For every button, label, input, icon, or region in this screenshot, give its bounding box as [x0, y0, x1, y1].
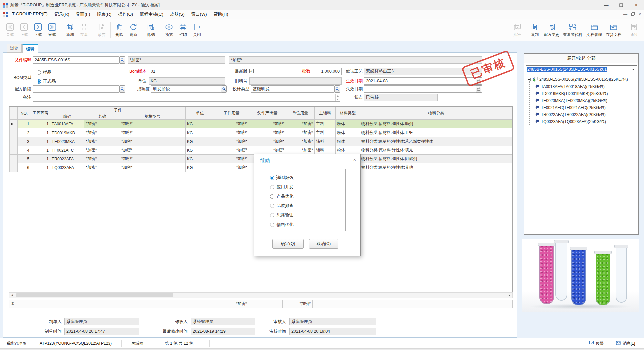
cell-unit[interactable]: KG — [186, 137, 214, 146]
cell-mat_type[interactable]: 粉体 — [336, 120, 360, 128]
cell-code[interactable]: TQ0023AFA — [50, 163, 84, 172]
tree-child-node[interactable]: TE0020MKA(TE0020MKA)(25KG/包) — [534, 97, 607, 104]
design-type-lookup-button[interactable] — [334, 85, 340, 93]
cell-main_aux[interactable]: 辅料 — [315, 146, 336, 155]
cell-spec[interactable]: *加密* — [120, 128, 186, 137]
design-option-radio[interactable]: 基础研发 — [270, 174, 295, 181]
cell-code[interactable]: TA0018AFA — [50, 120, 84, 128]
cancel-button[interactable]: 取消(C) — [309, 239, 338, 249]
tree-child-node[interactable]: TD0019MKB(TD0019MKB)(25KG/包) — [534, 90, 608, 97]
cell-op[interactable]: 1 — [31, 128, 50, 137]
cell-child_qty[interactable]: *加密* — [214, 146, 249, 155]
col-unit[interactable]: 单位 — [186, 107, 214, 120]
tab-edit[interactable]: 编辑 — [22, 44, 38, 53]
spinner-icon[interactable] — [335, 94, 340, 101]
cell-child_qty[interactable]: *加密* — [214, 128, 249, 137]
cell-spec[interactable]: *加密* — [120, 163, 186, 172]
toolbar-button-copy[interactable]: 复制 — [528, 20, 542, 40]
tree-child-node[interactable]: TR0022AFA(TR0022AFA)(20KG/包) — [534, 111, 606, 118]
cell-unit[interactable]: KG — [186, 120, 214, 128]
scroll-left-icon[interactable]: ◄ — [9, 293, 15, 298]
cell-spec[interactable]: *加密* — [120, 146, 186, 155]
toolbar-button-delete[interactable]: 删除 — [112, 20, 126, 40]
mdi-restore-icon[interactable] — [631, 12, 635, 17]
cell-op[interactable]: 1 — [31, 137, 50, 146]
scroll-right-icon[interactable]: ► — [507, 293, 512, 298]
toolbar-button-print[interactable]: 打印 — [176, 20, 190, 40]
cell-no[interactable]: 5 — [18, 155, 31, 163]
row-selector[interactable] — [10, 146, 18, 155]
design-option-radio[interactable]: 物料优化 — [270, 221, 293, 228]
cell-main_aux[interactable]: 主料 — [315, 128, 336, 137]
bom-type-sample-radio[interactable]: 样品 — [37, 69, 51, 75]
cell-category[interactable]: 物料分类:原材料:弹性体:填充 — [360, 146, 513, 155]
cell-parent_qty[interactable]: *加密* — [249, 120, 286, 128]
toolbar-button-refresh[interactable]: 刷新 — [126, 20, 140, 40]
cell-unit_qty[interactable]: *加密* — [286, 120, 315, 128]
parent-code-lookup-button[interactable] — [119, 56, 125, 64]
cell-category[interactable]: 物料分类:原材料:弹性体:其他 — [360, 163, 513, 172]
ok-button[interactable]: 确定(Q) — [272, 239, 304, 249]
minimize-icon[interactable]: — — [599, 0, 614, 10]
toolbar-button-folder[interactable]: 文档管理 — [584, 20, 604, 40]
cell-unit[interactable]: KG — [186, 163, 214, 172]
cell-spec[interactable]: *加密* — [120, 137, 186, 146]
cell-unit_qty[interactable]: *加密* — [286, 146, 315, 155]
effective-date-input[interactable]: 2021-04-08 — [364, 77, 482, 85]
cell-category[interactable]: 物料分类:原材料:弹性体:阻燃剂 — [360, 155, 513, 163]
cell-unit_qty[interactable]: *加密* — [286, 128, 315, 137]
cell-mat_type[interactable]: 粉体 — [336, 137, 360, 146]
design-type-input[interactable]: 基础研发 — [251, 85, 334, 93]
cell-category[interactable]: 物料分类:原材料:弹性体:苯乙烯类弹性体 — [360, 137, 513, 146]
toolbar-button-folder2[interactable]: 存货文档 — [604, 20, 623, 40]
status-alert[interactable]: 预警 — [596, 338, 604, 349]
cell-mat_type[interactable]: 粉体 — [336, 128, 360, 137]
expiry-date-calendar-button[interactable] — [476, 85, 481, 93]
cell-name[interactable]: *加密* — [84, 146, 120, 155]
menu-item[interactable]: 界面(F) — [73, 10, 94, 19]
row-selector[interactable] — [10, 155, 18, 163]
bom-version-input[interactable]: 01 — [149, 68, 225, 75]
collapse-icon[interactable] — [527, 78, 531, 81]
menu-item[interactable]: 帮助(H) — [210, 10, 231, 19]
toolbar-button-exit[interactable]: 关闭 — [190, 20, 204, 40]
maximize-icon[interactable] — [614, 0, 629, 10]
cell-unit[interactable]: KG — [186, 146, 214, 155]
cell-main_aux[interactable]: 主料 — [315, 120, 336, 128]
close-icon[interactable]: × — [629, 0, 644, 10]
cell-parent_qty[interactable]: *加密* — [249, 146, 286, 155]
cell-name[interactable]: *加密* — [84, 128, 120, 137]
maturity-input[interactable]: 研发阶段 — [151, 85, 221, 93]
cell-name[interactable]: *加密* — [84, 137, 120, 146]
batch-input[interactable]: 1,000,000 — [312, 68, 342, 75]
menu-item[interactable]: 操作(O) — [115, 10, 136, 19]
latest-version-checkbox[interactable]: ✓ — [249, 69, 254, 73]
col-child-qty[interactable]: 子件用量 — [214, 107, 249, 120]
cell-unit_qty[interactable]: *加密* — [286, 137, 315, 146]
cell-op[interactable]: 1 — [31, 146, 50, 155]
menu-item[interactable]: 皮肤(S) — [167, 10, 188, 19]
cell-mat_type[interactable]: 粉体 — [336, 146, 360, 155]
expand-collapse-all-button[interactable]: 展开/收起 全部 — [524, 54, 638, 63]
toolbar-button-nav-last[interactable]: 末笔 — [45, 20, 59, 40]
col-code[interactable]: 编码 — [50, 113, 84, 120]
cell-spec[interactable]: *加密* — [120, 155, 186, 163]
col-parent-qty[interactable]: 父件产出量 — [249, 107, 286, 120]
cell-parent_qty[interactable]: *加密* — [249, 128, 286, 137]
menu-item[interactable]: 窗口(W) — [188, 10, 210, 19]
formula-stage-input[interactable] — [33, 85, 119, 93]
maturity-lookup-button[interactable] — [221, 85, 227, 93]
cell-code[interactable]: TE0020MKA — [50, 137, 84, 146]
cell-no[interactable]: 1 — [18, 120, 31, 128]
cell-child_qty[interactable]: *加密* — [214, 137, 249, 146]
cell-child_qty[interactable]: *加密* — [214, 163, 249, 172]
cell-name[interactable]: *加密* — [84, 120, 120, 128]
col-op-seq[interactable]: 工序序号 — [31, 107, 50, 120]
grid-row[interactable]: 21TD0019MKB*加密**加密*KG*加密**加密**加密*主料粉体物料分… — [10, 128, 513, 137]
bom-version-combo[interactable]: 2485B-ESS-0016S(2485B-ESS-0016S):01 — [526, 65, 637, 73]
grid-row[interactable]: 41TF0021AFC*加密**加密*KG*加密**加密**加密*辅料粉体物料分… — [10, 146, 513, 155]
cell-category[interactable]: 物料分类:原材料:弹性体:助剂 — [360, 120, 513, 128]
tree-child-node[interactable]: TA0018AFA(TA0018AFA)(25KG/包) — [534, 83, 605, 90]
parent-code-input[interactable]: 2485B-ESS-0016S — [33, 56, 119, 64]
col-no[interactable]: NO. — [18, 107, 31, 120]
